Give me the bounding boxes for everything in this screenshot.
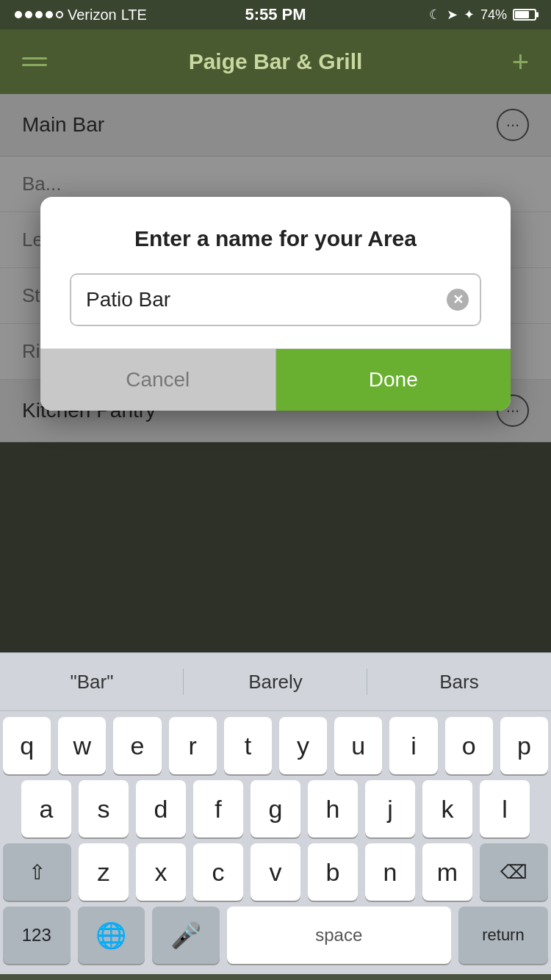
key-a[interactable]: a	[21, 780, 71, 837]
backspace-key[interactable]: ⌫	[480, 843, 548, 901]
signal-dot-5	[56, 11, 63, 18]
numbers-key[interactable]: 123	[3, 907, 71, 964]
space-key[interactable]: space	[227, 907, 451, 964]
key-l[interactable]: l	[480, 780, 530, 837]
battery-icon	[513, 9, 536, 21]
menu-button[interactable]	[22, 57, 47, 66]
key-y[interactable]: y	[279, 717, 327, 774]
key-n[interactable]: n	[365, 843, 415, 901]
status-bar: Verizon LTE 5:55 PM ☾ ➤ ✦ 74%	[0, 0, 551, 29]
key-q[interactable]: q	[3, 717, 51, 774]
globe-key[interactable]: 🌐	[78, 907, 145, 964]
clear-input-button[interactable]: ✕	[442, 284, 474, 316]
modal-buttons: Cancel Done	[40, 348, 511, 411]
microphone-key[interactable]: 🎤	[152, 907, 220, 964]
signal-dots	[15, 11, 63, 18]
page-title: Paige Bar & Grill	[189, 49, 363, 74]
network-label: LTE	[121, 7, 147, 24]
signal-dot-1	[15, 11, 22, 18]
autocomplete-bar: "Bar" Barely Bars	[0, 652, 551, 711]
content-area: Main Bar ··· Ba... Le... St... Ri... Kit…	[0, 94, 551, 652]
key-f[interactable]: f	[193, 780, 243, 837]
key-c[interactable]: c	[193, 843, 243, 901]
cancel-button[interactable]: Cancel	[40, 349, 276, 411]
key-p[interactable]: p	[500, 717, 548, 774]
key-k[interactable]: k	[422, 780, 472, 837]
globe-icon: 🌐	[96, 920, 126, 950]
return-key[interactable]: return	[458, 907, 548, 964]
add-area-button[interactable]: +	[512, 47, 529, 76]
signal-dot-4	[46, 11, 53, 18]
backspace-icon: ⌫	[500, 861, 527, 884]
mic-icon: 🎤	[170, 920, 201, 950]
key-u[interactable]: u	[334, 717, 382, 774]
key-j[interactable]: j	[365, 780, 415, 837]
area-name-modal: Enter a name for your Area ✕ Cancel Done	[40, 197, 511, 411]
signal-dot-2	[25, 11, 32, 18]
key-e[interactable]: e	[113, 717, 161, 774]
modal-input-wrap: ✕	[70, 273, 481, 326]
battery-percent: 74%	[480, 7, 507, 23]
key-z[interactable]: z	[79, 843, 129, 901]
clear-icon: ✕	[447, 289, 469, 311]
bluetooth-icon: ✦	[464, 7, 475, 23]
autocomplete-item-barely[interactable]: Barely	[184, 663, 367, 701]
shift-key[interactable]: ⇧	[3, 843, 71, 901]
location-icon: ➤	[447, 7, 458, 23]
key-o[interactable]: o	[445, 717, 493, 774]
menu-line-2	[22, 64, 47, 66]
key-i[interactable]: i	[389, 717, 437, 774]
keyboard-row-1: q w e r t y u i o p	[0, 711, 551, 774]
key-s[interactable]: s	[79, 780, 129, 837]
moon-icon: ☾	[429, 7, 441, 23]
done-button[interactable]: Done	[276, 349, 511, 411]
key-w[interactable]: w	[58, 717, 106, 774]
modal-title: Enter a name for your Area	[70, 226, 481, 251]
key-m[interactable]: m	[422, 843, 472, 901]
key-x[interactable]: x	[136, 843, 186, 901]
status-left: Verizon LTE	[15, 7, 147, 24]
key-g[interactable]: g	[251, 780, 300, 837]
modal-body: Enter a name for your Area ✕	[40, 197, 511, 348]
status-time: 5:55 PM	[245, 5, 306, 24]
modal-overlay: Enter a name for your Area ✕ Cancel Done	[0, 94, 551, 652]
keyboard-row-3: ⇧ z x c v b n m ⌫	[0, 837, 551, 901]
key-b[interactable]: b	[308, 843, 358, 901]
autocomplete-item-quoted[interactable]: "Bar"	[0, 663, 184, 701]
keyboard-row-2: a s d f g h j k l	[0, 774, 551, 837]
key-r[interactable]: r	[169, 717, 217, 774]
carrier-label: Verizon	[68, 7, 117, 24]
autocomplete-item-bars[interactable]: Bars	[367, 663, 551, 701]
keyboard-row-4: 123 🌐 🎤 space return	[0, 901, 551, 974]
key-d[interactable]: d	[136, 780, 186, 837]
battery-fill	[515, 11, 529, 18]
shift-icon: ⇧	[29, 860, 46, 884]
signal-dot-3	[35, 11, 43, 18]
key-v[interactable]: v	[251, 843, 300, 901]
area-name-input[interactable]	[71, 275, 442, 325]
key-h[interactable]: h	[308, 780, 358, 837]
menu-line-1	[22, 57, 47, 60]
key-t[interactable]: t	[224, 717, 272, 774]
nav-bar: Paige Bar & Grill +	[0, 29, 551, 94]
keyboard: q w e r t y u i o p a s d f g h j k l ⇧ …	[0, 711, 551, 974]
status-right: ☾ ➤ ✦ 74%	[429, 7, 536, 23]
